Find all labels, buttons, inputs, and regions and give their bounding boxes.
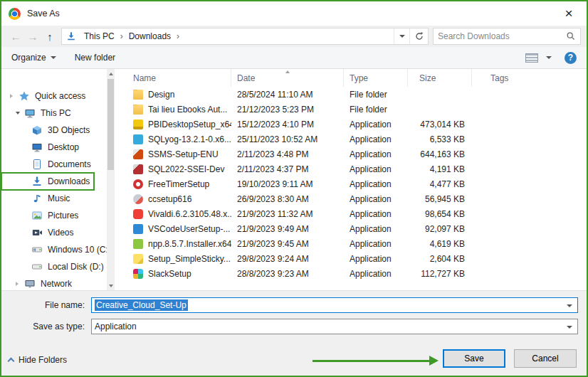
sidebar-item-documents[interactable]: Documents	[1, 156, 107, 173]
address-dropdown-icon[interactable]	[394, 28, 409, 44]
scroll-up-icon[interactable]	[107, 69, 115, 78]
file-row[interactable]: SQL2022-SSEI-Dev 2/11/2023 4:37 PM Appli…	[116, 161, 587, 176]
list-view-icon	[525, 53, 538, 63]
sidebar-item-pictures[interactable]: Pictures	[1, 207, 107, 224]
file-row[interactable]: Tai lieu Ebooks Aut... 21/12/2023 5:23 P…	[116, 102, 587, 117]
close-icon[interactable]: ×	[558, 3, 579, 24]
sidebar-item-windows-c[interactable]: Windows 10 (C:)	[1, 241, 107, 258]
help-icon[interactable]: ?	[565, 52, 577, 64]
file-name: FreeTimerSetup	[148, 179, 209, 189]
refresh-icon[interactable]	[409, 28, 428, 44]
column-header-date[interactable]: Date	[231, 69, 344, 87]
file-type: Application	[344, 134, 408, 144]
column-header-tags[interactable]: Tags	[472, 69, 587, 87]
file-row[interactable]: Setup_SimpleSticky... 29/8/2023 9:24 AM …	[116, 251, 587, 266]
scrollbar-thumb[interactable]	[107, 79, 114, 170]
computer-icon	[24, 107, 36, 119]
download-icon	[31, 176, 43, 187]
column-header-type[interactable]: Type	[344, 69, 408, 87]
file-date: 21/9/2023 9:45 AM	[231, 239, 344, 249]
sidebar-item-desktop[interactable]: Desktop	[1, 139, 107, 156]
organize-label: Organize	[11, 53, 46, 63]
scroll-down-icon[interactable]	[107, 281, 115, 290]
new-folder-button[interactable]: New folder	[75, 53, 115, 63]
file-row[interactable]: Vivaldi.6.2.3105.48.x... 21/9/2023 11:32…	[116, 206, 587, 221]
file-date: 25/11/2023 10:52 AM	[231, 134, 344, 144]
file-icon	[133, 120, 143, 129]
expander-icon[interactable]	[10, 94, 19, 98]
sidebar-item-downloads[interactable]: Downloads	[1, 173, 94, 190]
sidebar-item-network[interactable]: Network	[1, 275, 107, 290]
bottom-panel: File name: Creative_Cloud_Set-Up Save as…	[1, 290, 587, 376]
cube-icon	[31, 124, 43, 136]
file-size: 4,191 KB	[408, 164, 472, 174]
sidebar-item-local-d[interactable]: Local Disk (D:)	[1, 258, 107, 275]
sidebar-item-music[interactable]: Music	[1, 190, 107, 207]
file-row[interactable]: SlackSetup 28/8/2023 9:23 AM Application…	[116, 266, 587, 281]
music-note-icon	[31, 193, 43, 204]
expander-icon[interactable]	[16, 282, 24, 286]
file-row[interactable]: SQLyog-13.2.1-0.x6... 25/11/2023 10:52 A…	[116, 132, 587, 147]
file-name-input[interactable]: Creative_Cloud_Set-Up	[91, 297, 578, 313]
file-row[interactable]: Design 28/5/2024 11:10 AM File folder	[116, 87, 587, 102]
back-icon[interactable]: ←	[7, 31, 24, 43]
column-header-name[interactable]: Name	[116, 69, 231, 87]
view-mode-button[interactable]	[525, 53, 552, 63]
file-type: Application	[344, 209, 408, 219]
sidebar-item-3d-objects[interactable]: 3D Objects	[1, 122, 107, 139]
file-row[interactable]: npp.8.5.7.Installer.x64 21/9/2023 9:45 A…	[116, 236, 587, 251]
save-type-select[interactable]: Application	[91, 319, 578, 334]
chevron-down-icon[interactable]	[567, 326, 572, 329]
forward-icon[interactable]: →	[24, 31, 41, 43]
sidebar-item-label: Videos	[48, 228, 73, 238]
network-icon	[24, 278, 36, 290]
sidebar-item-quick-access[interactable]: Quick access	[1, 87, 107, 105]
file-row[interactable]: SSMS-Setup-ENU 2/11/2023 4:48 PM Applica…	[116, 147, 587, 161]
file-date: 2/11/2023 4:37 PM	[231, 164, 344, 174]
sidebar-item-label: Network	[41, 279, 72, 289]
chevron-down-icon[interactable]	[567, 304, 572, 307]
title-bar: Save As ×	[1, 1, 587, 26]
file-name: Tai lieu Ebooks Aut...	[148, 105, 227, 115]
file-size: 92,097 KB	[408, 224, 472, 234]
hide-folders-button[interactable]: Hide Folders	[9, 352, 67, 368]
file-size: 98,654 KB	[408, 209, 472, 219]
navigation-bar: ← → ↑ This PC › Downloads ›	[1, 26, 587, 47]
file-type: Application	[344, 164, 408, 174]
file-type: Application	[344, 149, 408, 159]
organize-button[interactable]: Organize	[11, 53, 56, 63]
save-button[interactable]: Save	[443, 349, 505, 368]
sidebar-item-label: Music	[48, 193, 70, 203]
file-row[interactable]: PBIDesktopSetup_x64 15/12/2023 4:10 PM A…	[116, 117, 587, 132]
file-row[interactable]: FreeTimerSetup 19/10/2023 9:11 AM Applic…	[116, 176, 587, 191]
file-type: File folder	[344, 90, 408, 100]
search-icon[interactable]	[566, 31, 576, 41]
breadcrumb-downloads[interactable]: Downloads	[124, 28, 176, 44]
navigation-pane: Quick access This PC 3D Objects Desktop	[1, 69, 107, 290]
column-header-size[interactable]: Size	[408, 69, 472, 87]
file-icon	[133, 149, 143, 159]
sidebar-item-this-pc[interactable]: This PC	[1, 105, 107, 122]
file-size: 112,727 KB	[408, 269, 472, 279]
expander-icon[interactable]	[16, 112, 24, 115]
address-bar[interactable]: This PC › Downloads ›	[61, 28, 429, 45]
file-name: npp.8.5.7.Installer.x64	[148, 239, 231, 249]
file-name: Setup_SimpleSticky...	[148, 254, 231, 264]
monitor-icon	[31, 142, 43, 153]
file-row[interactable]: VSCodeUserSetup-... 21/9/2023 9:49 AM Ap…	[116, 221, 587, 236]
up-icon[interactable]: ↑	[41, 31, 58, 43]
file-icon	[133, 209, 143, 219]
cancel-button[interactable]: Cancel	[514, 349, 577, 368]
sidebar-scrollbar[interactable]	[107, 69, 115, 290]
chevron-up-icon	[8, 358, 15, 365]
file-date: 15/12/2023 4:10 PM	[231, 120, 344, 129]
file-name: SSMS-Setup-ENU	[148, 149, 219, 159]
search-input[interactable]	[438, 31, 566, 41]
file-row[interactable]: ccsetup616 26/9/2023 8:30 AM Application…	[116, 191, 587, 206]
breadcrumb-this-pc[interactable]: This PC	[79, 28, 120, 44]
sidebar-item-videos[interactable]: Videos	[1, 224, 107, 241]
file-type: Application	[344, 239, 408, 249]
save-type-row: Save as type: Application	[1, 318, 578, 335]
file-type: Application	[344, 269, 408, 279]
chevron-down-icon	[546, 56, 552, 59]
